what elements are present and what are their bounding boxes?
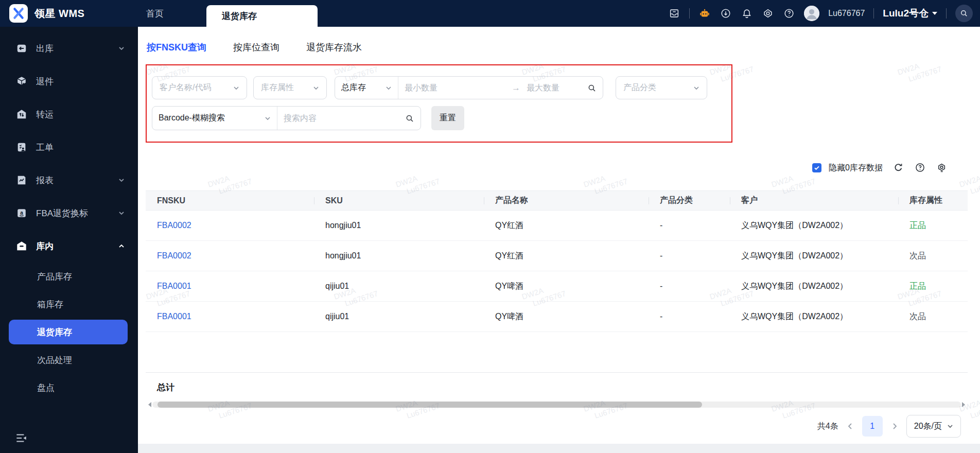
global-search-button[interactable]: [955, 5, 973, 22]
chevron-down-icon: [118, 45, 125, 51]
column-settings-icon[interactable]: [936, 162, 948, 173]
filter-barcode-mode-select[interactable]: Barcode-模糊搜索: [152, 107, 277, 130]
scrollbar-track[interactable]: [152, 402, 961, 408]
cell-fnsku: FBA0002: [146, 211, 314, 241]
search-icon[interactable]: [587, 83, 597, 93]
topbar: 领星 WMS 首页 退货库存 Lu676767 Lulu2号仓: [0, 0, 980, 27]
sidebar-item-product-inventory[interactable]: 产品库存: [0, 263, 138, 290]
refresh-icon[interactable]: [893, 162, 904, 173]
scrollbar-thumb[interactable]: [157, 402, 702, 408]
cell-sku: hongjiu01: [314, 241, 484, 271]
filter-attribute-select[interactable]: 库存属性: [253, 76, 327, 99]
column-header: 客户: [730, 191, 898, 211]
cell-fnsku: FBA0001: [146, 302, 314, 332]
sidebar-item-box-inventory[interactable]: 箱库存: [0, 290, 138, 318]
sidebar-item-defective-handling[interactable]: 次品处理: [0, 346, 138, 374]
nav-home[interactable]: 首页: [146, 0, 164, 27]
page-size-select[interactable]: 20条/页: [906, 415, 961, 438]
filter-customer-select[interactable]: 客户名称/代码: [152, 76, 247, 99]
username[interactable]: Lu676767: [828, 9, 865, 18]
search-icon[interactable]: [405, 114, 414, 123]
sidebar-subitem-label: 盘点: [37, 382, 55, 394]
sidebar-item-stocktaking[interactable]: 盘点: [0, 374, 138, 402]
download-icon[interactable]: [720, 7, 732, 20]
sidebar-item-label: 出库: [36, 43, 54, 55]
sidebar-subitem-label: 退货库存: [37, 326, 72, 338]
user-avatar[interactable]: [804, 6, 819, 21]
list-controls: 隐藏0库存数据: [812, 160, 948, 176]
warehouse-icon: [16, 240, 27, 252]
fba-relabel-icon: a: [16, 207, 27, 219]
sidebar: 出库退件转运工单报表aFBA退货换标库内产品库存箱库存退货库存次品处理盘点: [0, 27, 138, 453]
help-icon[interactable]: [915, 162, 926, 173]
cell-category: -: [649, 241, 730, 271]
reports-icon: [16, 175, 27, 186]
horizontal-scrollbar[interactable]: [146, 402, 968, 408]
pagination: 共4条 1 20条/页: [817, 415, 961, 438]
sidebar-item-returns[interactable]: 退件: [0, 65, 138, 98]
sidebar-item-label: 转运: [36, 109, 54, 120]
table-header-row: FNSKUSKU产品名称产品分类客户库存属性: [146, 191, 968, 211]
inbox-mail-icon[interactable]: [668, 7, 680, 20]
sidebar-item-in-warehouse[interactable]: 库内: [0, 230, 138, 263]
robot-assistant-icon[interactable]: [698, 7, 711, 20]
tab-by-location[interactable]: 按库位查询: [233, 41, 279, 54]
lingxing-logo-icon: [9, 4, 28, 23]
fnsku-link[interactable]: FBA0002: [157, 251, 191, 260]
cell-product-name: QY红酒: [484, 211, 649, 241]
fnsku-link[interactable]: FBA0001: [157, 282, 191, 290]
sidebar-item-fba-relabel[interactable]: aFBA退货换标: [0, 197, 138, 230]
hide-zero-checkbox[interactable]: [812, 163, 821, 172]
next-page-icon[interactable]: [891, 423, 898, 430]
filter-category-select[interactable]: 产品分类: [616, 76, 707, 99]
current-page[interactable]: 1: [862, 416, 883, 437]
help-icon[interactable]: [783, 7, 795, 20]
filter-search-input[interactable]: [277, 114, 405, 123]
app-brand: 领星 WMS: [9, 0, 84, 27]
hide-zero-label[interactable]: 隐藏0库存数据: [829, 163, 883, 173]
range-arrow-icon: →: [512, 83, 520, 93]
cell-product-name: QY啤酒: [484, 271, 649, 302]
divider: [873, 8, 874, 19]
filter-min-qty-input[interactable]: [398, 83, 512, 93]
main-content: 按FNSKU查询按库位查询退货库存流水 客户名称/代码 库存属性 总库存 → 产…: [138, 27, 980, 453]
sidebar-item-outbound[interactable]: 出库: [0, 32, 138, 65]
filter-max-qty-input[interactable]: [520, 83, 587, 93]
scroll-left-arrow-icon[interactable]: [146, 402, 151, 407]
chevron-down-icon: [947, 423, 953, 429]
fnsku-link[interactable]: FBA0002: [157, 221, 191, 230]
svg-text:a: a: [20, 210, 23, 216]
sidebar-subitem-label: 产品库存: [37, 271, 72, 283]
chevron-down-icon: [118, 177, 125, 183]
divider: [946, 8, 947, 19]
chevron-down-icon: [386, 85, 392, 91]
sidebar-item-reports[interactable]: 报表: [0, 164, 138, 197]
tab-by-fnsku[interactable]: 按FNSKU查询: [147, 41, 206, 54]
filter-barcode-mode-value: Barcode-模糊搜索: [159, 113, 225, 124]
sidebar-item-returns-inventory[interactable]: 退货库存: [9, 320, 128, 344]
warehouse-selector[interactable]: Lulu2号仓: [883, 7, 937, 20]
scroll-right-arrow-icon[interactable]: [962, 402, 968, 407]
prev-page-icon[interactable]: [847, 423, 854, 430]
window-tab-returns-inventory[interactable]: 退货库存: [206, 5, 318, 27]
sidebar-subitem-label: 箱库存: [37, 299, 63, 310]
filter-stock-type-value: 总库存: [341, 82, 366, 93]
tab-inventory-flow[interactable]: 退货库存流水: [306, 41, 362, 54]
query-tabs: 按FNSKU查询按库位查询退货库存流水: [147, 36, 362, 59]
filter-stock-type-select[interactable]: 总库存: [335, 77, 398, 99]
notifications-bell-icon[interactable]: [741, 7, 753, 20]
sidebar-subitem-label: 次品处理: [37, 354, 72, 366]
cell-fnsku: FBA0002: [146, 241, 314, 271]
sidebar-item-work-order[interactable]: 工单: [0, 131, 138, 164]
caret-down-icon: [932, 12, 937, 18]
settings-gear-icon[interactable]: [762, 7, 774, 20]
fnsku-link[interactable]: FBA0001: [157, 312, 191, 321]
quantity-range-group: 总库存 →: [335, 76, 603, 99]
column-header: 产品名称: [484, 191, 649, 211]
sidebar-item-label: 库内: [36, 240, 54, 252]
window-tab-label: 退货库存: [222, 10, 257, 22]
cell-category: -: [649, 302, 730, 332]
reset-button[interactable]: 重置: [431, 106, 464, 130]
sidebar-collapse-icon[interactable]: [14, 431, 28, 445]
sidebar-item-transfer[interactable]: 转运: [0, 98, 138, 131]
